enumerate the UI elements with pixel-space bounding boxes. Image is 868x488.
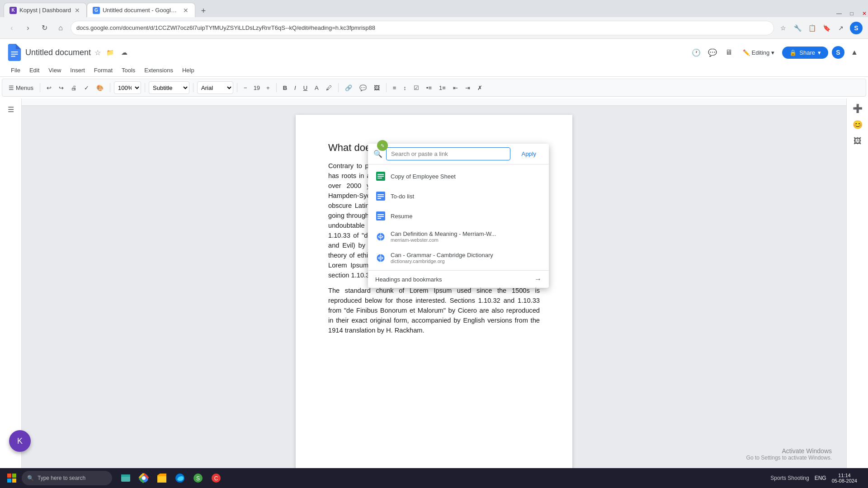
menu-edit[interactable]: Edit bbox=[26, 65, 43, 75]
close-button[interactable]: ✕ bbox=[861, 10, 868, 17]
url-bar[interactable]: docs.google.com/document/d/1CCZWl7ocz6l7… bbox=[71, 21, 774, 35]
taskbar-app-files[interactable] bbox=[154, 470, 170, 486]
taskbar-search[interactable]: 🔍 Type here to search bbox=[22, 471, 112, 485]
taskbar-app-extra1[interactable]: S bbox=[190, 470, 206, 486]
result-icon-5 bbox=[375, 253, 386, 263]
kopyst-fab-button[interactable]: K bbox=[9, 430, 31, 452]
profile-avatar[interactable]: S bbox=[850, 22, 863, 34]
menu-insert[interactable]: Insert bbox=[66, 65, 89, 75]
tab-close-docs[interactable]: ✕ bbox=[182, 7, 189, 14]
minimize-button[interactable]: — bbox=[835, 10, 843, 17]
align-btn[interactable]: ≡ bbox=[390, 81, 399, 94]
link-search-input[interactable] bbox=[386, 147, 510, 160]
share-button[interactable]: 🔒 Share ▾ bbox=[782, 47, 828, 59]
line-spacing-btn[interactable]: ↕ bbox=[401, 81, 409, 94]
link-footer[interactable]: Headings and bookmarks → bbox=[368, 270, 549, 288]
highlight-btn[interactable]: 🖊 bbox=[323, 81, 335, 94]
link-result-todo[interactable]: To-do list bbox=[368, 186, 549, 206]
taskbar-app-chrome[interactable] bbox=[136, 470, 152, 486]
italic-btn[interactable]: I bbox=[292, 81, 299, 94]
bullet-list-btn[interactable]: •≡ bbox=[424, 81, 434, 94]
star-icon[interactable]: ☆ bbox=[94, 48, 101, 57]
maximize-button[interactable]: □ bbox=[848, 10, 855, 17]
result-label-3: Resume bbox=[391, 213, 412, 220]
link-footer-text: Headings and bookmarks bbox=[375, 276, 442, 283]
image-preview-icon[interactable]: 🖼 bbox=[851, 135, 864, 147]
menu-view[interactable]: View bbox=[45, 65, 65, 75]
link-btn[interactable]: 🔗 bbox=[342, 81, 355, 94]
taskbar-app-extra2[interactable]: C bbox=[208, 470, 224, 486]
paint-format-btn[interactable]: 🎨 bbox=[94, 81, 106, 94]
ext-icon3[interactable]: 🔖 bbox=[821, 23, 832, 33]
scroll-area[interactable]: What does can from ? Contrary to popular… bbox=[22, 99, 846, 488]
start-button[interactable] bbox=[4, 470, 20, 486]
bold-btn[interactable]: B bbox=[280, 81, 290, 94]
new-tab-button[interactable]: + bbox=[197, 5, 210, 17]
comment-insert-btn[interactable]: 💬 bbox=[357, 81, 369, 94]
taskbar-app-explorer[interactable] bbox=[118, 470, 134, 486]
menu-format[interactable]: Format bbox=[90, 65, 116, 75]
svg-rect-13 bbox=[377, 216, 384, 217]
document-page[interactable]: What does can from ? Contrary to popular… bbox=[296, 115, 572, 473]
menu-tools[interactable]: Tools bbox=[118, 65, 139, 75]
spellcheck-btn[interactable]: ✓ bbox=[81, 81, 92, 94]
font-select[interactable]: Arial bbox=[197, 81, 233, 94]
tab-close-kopyst[interactable]: ✕ bbox=[74, 7, 81, 14]
add-comment-icon[interactable]: ➕ bbox=[851, 102, 864, 115]
print-btn[interactable]: 🖨 bbox=[68, 81, 80, 94]
editing-mode-selector[interactable]: ✏️ Editing ▾ bbox=[739, 47, 779, 58]
clear-format-btn[interactable]: ✗ bbox=[475, 81, 485, 94]
separator2 bbox=[110, 83, 110, 92]
bookmark-icon[interactable]: ☆ bbox=[778, 23, 788, 33]
underline-btn[interactable]: U bbox=[301, 81, 310, 94]
indent-increase-btn[interactable]: ⇥ bbox=[462, 81, 473, 94]
menu-extensions[interactable]: Extensions bbox=[141, 65, 177, 75]
undo-btn[interactable]: ↩ bbox=[44, 81, 54, 94]
image-insert-btn[interactable]: 🖼 bbox=[371, 81, 382, 94]
docs-title: Untitled document bbox=[25, 48, 91, 57]
result-icon-4 bbox=[375, 231, 386, 242]
link-result-cambridge[interactable]: Can - Grammar - Cambridge Dictionary dic… bbox=[368, 247, 549, 268]
chevron-up-icon[interactable]: ▲ bbox=[848, 46, 861, 59]
tabs-bar: K Kopyst | Dashboard ✕ G Untitled docume… bbox=[0, 0, 868, 17]
reload-button[interactable]: ↻ bbox=[38, 22, 51, 34]
menu-file[interactable]: File bbox=[7, 65, 24, 75]
font-size-value[interactable]: 19 bbox=[251, 81, 263, 94]
style-select[interactable]: Subtitle bbox=[149, 81, 189, 94]
checklist-btn[interactable]: ☑ bbox=[411, 81, 422, 94]
redo-btn[interactable]: ↪ bbox=[56, 81, 66, 94]
zoom-select[interactable]: 100% bbox=[114, 81, 141, 94]
screen-icon[interactable]: 🖥 bbox=[722, 46, 735, 59]
link-apply-button[interactable]: Apply bbox=[514, 148, 543, 160]
font-size-increase-btn[interactable]: + bbox=[264, 81, 273, 94]
ext-icon1[interactable]: 🔧 bbox=[792, 23, 803, 33]
folder-icon[interactable]: 📁 bbox=[104, 47, 115, 58]
separator3 bbox=[145, 83, 145, 92]
emoji-icon[interactable]: 😊 bbox=[851, 118, 864, 131]
forward-button[interactable]: › bbox=[22, 22, 34, 34]
back-button[interactable]: ‹ bbox=[5, 22, 18, 34]
link-result-resume[interactable]: Resume bbox=[368, 206, 549, 226]
comment-icon[interactable]: 💬 bbox=[706, 46, 719, 59]
history-icon[interactable]: 🕐 bbox=[690, 46, 703, 59]
link-results: Copy of Employee Sheet To-do list bbox=[368, 164, 549, 270]
numbered-list-btn[interactable]: 1≡ bbox=[436, 81, 448, 94]
ext-icon2[interactable]: 📋 bbox=[807, 23, 817, 33]
link-result-merriam[interactable]: Can Definition & Meaning - Merriam-W... … bbox=[368, 226, 549, 247]
link-result-employee-sheet[interactable]: Copy of Employee Sheet bbox=[368, 166, 549, 186]
text-color-btn[interactable]: A bbox=[312, 81, 321, 94]
taskbar-app-edge[interactable] bbox=[172, 470, 188, 486]
cloud-icon[interactable]: ☁ bbox=[119, 47, 130, 58]
indent-decrease-btn[interactable]: ⇤ bbox=[450, 81, 461, 94]
home-button[interactable]: ⌂ bbox=[54, 22, 67, 34]
link-search-row: 🔍 Apply bbox=[368, 144, 549, 164]
outline-toggle[interactable]: ☰ bbox=[4, 102, 18, 117]
tab-kopyst[interactable]: K Kopyst | Dashboard ✕ bbox=[4, 3, 87, 17]
svg-rect-9 bbox=[377, 196, 384, 197]
menu-help[interactable]: Help bbox=[179, 65, 198, 75]
font-size-decrease-btn[interactable]: − bbox=[241, 81, 250, 94]
user-avatar[interactable]: S bbox=[832, 46, 844, 59]
menus-btn[interactable]: ☰ Menus bbox=[6, 81, 36, 94]
tab-google-docs[interactable]: G Untitled document - Google D... ✕ bbox=[87, 3, 195, 17]
ext-icon4[interactable]: ↗ bbox=[835, 23, 846, 33]
